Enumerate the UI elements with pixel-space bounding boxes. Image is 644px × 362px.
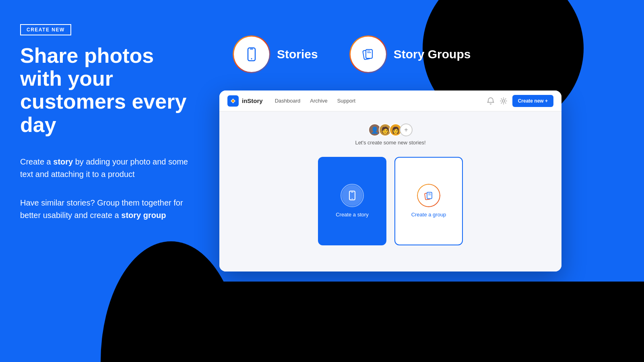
- svg-rect-10: [349, 191, 355, 200]
- svg-rect-14: [427, 192, 432, 199]
- svg-rect-1: [250, 49, 253, 49]
- svg-rect-11: [351, 192, 353, 193]
- story-avatars-row: 👤 🧑 👩 +: [235, 123, 545, 136]
- svg-rect-16: [428, 195, 431, 195]
- app-navbar: inStory Dashboard Archive Support Create…: [219, 90, 561, 111]
- svg-rect-5: [367, 51, 370, 51]
- story-groups-circle-icon: [350, 36, 386, 72]
- create-story-icon-circle: [342, 185, 363, 206]
- settings-icon[interactable]: [500, 97, 508, 105]
- create-story-label: Create a story: [336, 212, 369, 218]
- svg-point-9: [502, 100, 505, 102]
- phone-icon: [243, 45, 260, 63]
- story-groups-icon-item[interactable]: Story Groups: [350, 36, 471, 72]
- create-new-button[interactable]: Create new +: [512, 95, 553, 107]
- create-new-badge: CREATE NEW: [20, 24, 71, 35]
- nav-links: Dashboard Archive Support: [275, 98, 479, 104]
- app-main-content: 👤 🧑 👩 + Let's create some new stories! C…: [219, 111, 561, 272]
- app-logo-text: inStory: [242, 97, 263, 104]
- stories-circle-icon: [233, 36, 270, 72]
- nav-dashboard[interactable]: Dashboard: [275, 98, 301, 104]
- create-group-icon-circle: [418, 185, 439, 206]
- svg-rect-4: [366, 49, 372, 58]
- nav-support[interactable]: Support: [337, 98, 356, 104]
- svg-rect-15: [428, 193, 431, 194]
- hero-title: Share photos with your customers every d…: [20, 44, 193, 136]
- app-logo: inStory: [227, 95, 263, 107]
- description-group: Have similar stories? Group them togethe…: [20, 197, 193, 222]
- app-window: inStory Dashboard Archive Support Create…: [219, 90, 561, 272]
- story-groups-label: Story Groups: [394, 47, 471, 61]
- top-icons-area: Stories Story Groups: [233, 36, 471, 72]
- create-stories-prompt: Let's create some new stories!: [235, 140, 545, 146]
- nav-archive[interactable]: Archive: [310, 98, 327, 104]
- create-group-label: Create a group: [411, 212, 446, 218]
- svg-rect-13: [425, 193, 430, 200]
- create-group-card[interactable]: Create a group: [394, 157, 463, 245]
- svg-rect-6: [367, 52, 371, 53]
- instory-logo-icon: [227, 95, 239, 107]
- cards-stack-card-icon: [423, 190, 434, 201]
- svg-rect-0: [248, 48, 255, 61]
- svg-rect-3: [363, 50, 371, 60]
- bell-icon[interactable]: [487, 97, 495, 105]
- description-story: Create a story by adding your photo and …: [20, 156, 193, 181]
- svg-point-12: [352, 198, 353, 199]
- action-cards-row: Create a story Create a group: [235, 157, 545, 245]
- left-content-panel: CREATE NEW Share photos with your custom…: [0, 0, 213, 282]
- stories-label: Stories: [277, 47, 318, 61]
- nav-right-actions: Create new +: [487, 95, 553, 107]
- phone-card-icon: [347, 190, 358, 201]
- create-story-card[interactable]: Create a story: [318, 157, 386, 245]
- svg-rect-8: [232, 100, 234, 102]
- stories-icon-item[interactable]: Stories: [233, 36, 318, 72]
- svg-point-2: [251, 58, 252, 60]
- cards-stack-icon: [359, 45, 377, 63]
- add-avatar-button[interactable]: +: [400, 123, 413, 136]
